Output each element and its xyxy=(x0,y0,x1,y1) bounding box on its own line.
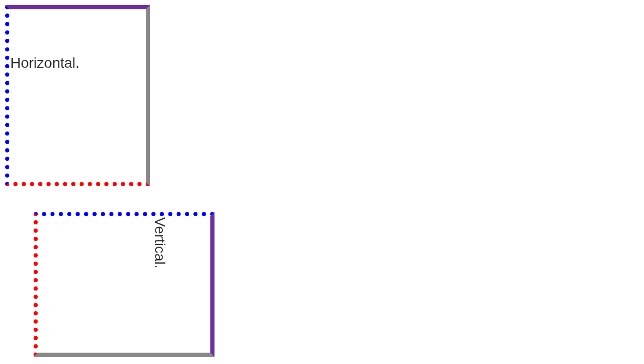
vertical-label: Vertical. xyxy=(151,217,168,269)
horizontal-box: Horizontal. xyxy=(5,5,150,186)
vertical-box: Vertical. xyxy=(34,212,214,357)
horizontal-label: Horizontal. xyxy=(10,55,80,71)
